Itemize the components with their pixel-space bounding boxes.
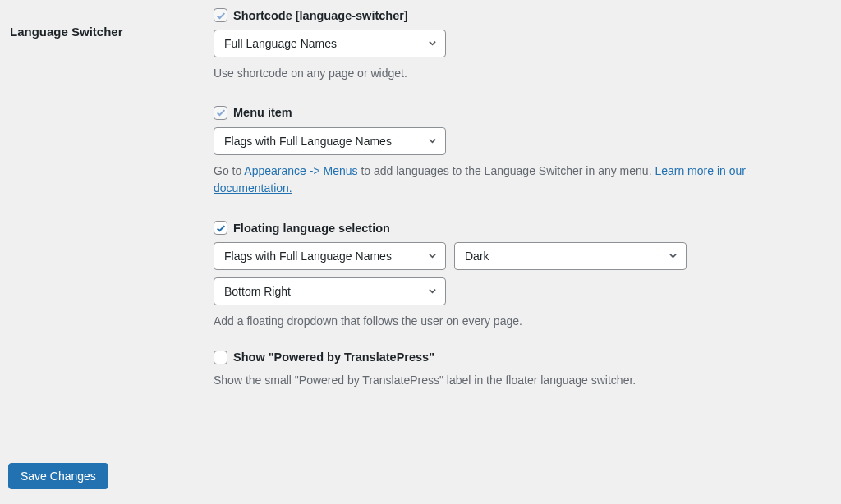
shortcode-desc: Use shortcode on any page or widget.: [214, 65, 821, 83]
chevron-down-icon: [428, 285, 437, 298]
menu-item-checkbox-label: Menu item: [233, 106, 292, 119]
chevron-down-icon: [428, 37, 437, 50]
floating-style-select-value: Flags with Full Language Names: [224, 250, 392, 263]
powered-by-block: Show "Powered by TranslatePress" Show th…: [214, 351, 833, 390]
checkmark-icon: [215, 222, 227, 234]
floating-position-select-value: Bottom Right: [224, 285, 291, 298]
menu-item-select-value: Flags with Full Language Names: [224, 135, 392, 148]
settings-content: Shortcode [language-switcher] Full Langu…: [214, 8, 833, 412]
menu-item-select[interactable]: Flags with Full Language Names: [214, 127, 446, 155]
powered-by-checkbox-label: Show "Powered by TranslatePress": [233, 351, 434, 364]
floating-theme-select[interactable]: Dark: [454, 242, 687, 270]
shortcode-select-value: Full Language Names: [224, 37, 337, 50]
menu-item-block: Menu item Flags with Full Language Names…: [214, 106, 833, 198]
checkmark-icon: [215, 10, 227, 21]
save-changes-button[interactable]: Save Changes: [8, 463, 108, 489]
floating-checkbox[interactable]: [214, 221, 227, 235]
floating-position-select[interactable]: Bottom Right: [214, 277, 446, 305]
floating-style-select[interactable]: Flags with Full Language Names: [214, 242, 446, 270]
powered-by-desc: Show the small "Powered by TranslatePres…: [214, 372, 821, 390]
powered-by-checkbox[interactable]: [214, 351, 227, 364]
shortcode-checkbox[interactable]: [214, 8, 227, 22]
menu-item-desc: Go to Appearance -> Menus to add languag…: [214, 163, 821, 198]
floating-checkbox-label: Floating language selection: [233, 222, 390, 235]
shortcode-block: Shortcode [language-switcher] Full Langu…: [214, 8, 833, 83]
floating-theme-select-value: Dark: [465, 250, 489, 263]
floating-desc: Add a floating dropdown that follows the…: [214, 313, 821, 331]
shortcode-checkbox-label: Shortcode [language-switcher]: [233, 9, 408, 22]
section-label: Language Switcher: [8, 8, 214, 39]
appearance-menus-link[interactable]: Appearance -> Menus: [244, 164, 357, 177]
menu-item-checkbox[interactable]: [214, 106, 227, 120]
chevron-down-icon: [428, 135, 437, 148]
chevron-down-icon: [428, 250, 437, 263]
floating-block: Floating language selection Flags with F…: [214, 221, 833, 331]
checkmark-icon: [215, 107, 227, 118]
shortcode-select[interactable]: Full Language Names: [214, 30, 446, 57]
chevron-down-icon: [669, 250, 678, 263]
